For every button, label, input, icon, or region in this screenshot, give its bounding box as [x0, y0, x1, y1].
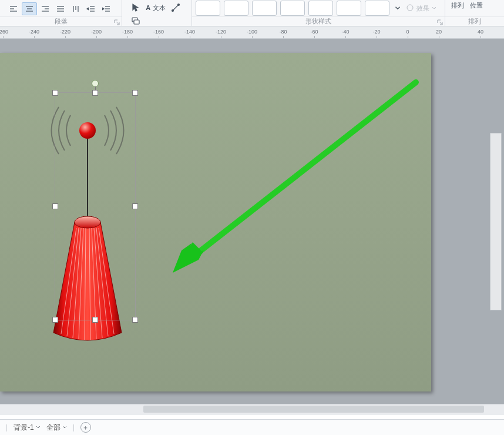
annotation-arrow [149, 74, 431, 297]
arrange-label: 排列 [451, 1, 464, 10]
ruler-tick: 0 [401, 29, 415, 35]
effects-icon [406, 4, 414, 13]
effects-label: 效果 [416, 4, 429, 13]
align-center-button[interactable] [22, 2, 37, 15]
shapestyles-dialog-launcher-icon[interactable] [437, 19, 443, 25]
horizontal-scroll-thumb[interactable] [143, 406, 484, 413]
status-divider: | [73, 423, 75, 431]
svg-marker-42 [173, 242, 203, 273]
vertical-scrollbar[interactable] [490, 133, 500, 309]
ruler-tick: -20 [369, 29, 384, 35]
ruler-tick: -260 [0, 29, 10, 35]
layer-filter-dropdown[interactable]: 全部 [46, 423, 67, 433]
resize-handle-se[interactable] [132, 317, 138, 323]
shape-style-preset-2[interactable] [224, 1, 248, 16]
ruler-tick: -140 [183, 29, 197, 35]
horizontal-ruler[interactable]: -260 -240 -220 -200 -180 -160 -140 -120 … [0, 26, 504, 39]
shape-style-preset-5[interactable] [308, 1, 333, 16]
svg-line-23 [173, 5, 178, 10]
resize-handle-n[interactable] [92, 90, 98, 96]
workspace[interactable] [0, 39, 504, 415]
decrease-indent-button[interactable] [84, 3, 98, 15]
shape-style-gallery-more-button[interactable] [394, 2, 402, 14]
shape-style-preset-3[interactable] [252, 1, 277, 16]
arrange-group-label: 排列 [445, 16, 504, 26]
ruler-tick: -100 [245, 29, 259, 35]
shape-style-preset-7[interactable] [365, 1, 389, 16]
chevron-down-icon [36, 425, 41, 430]
shape-style-preset-6[interactable] [337, 1, 361, 16]
increase-indent-button[interactable] [99, 3, 113, 15]
svg-line-40 [184, 82, 416, 263]
connector-tool-button[interactable] [169, 2, 183, 14]
svg-point-26 [407, 5, 413, 11]
letter-a-icon: A [146, 4, 150, 11]
chevron-down-icon [62, 425, 67, 430]
svg-point-28 [79, 122, 96, 139]
align-left-button[interactable] [6, 3, 21, 15]
page-tabs-dropdown[interactable]: 背景-1 [14, 423, 41, 433]
resize-handle-nw[interactable] [52, 90, 58, 96]
shapestyles-group-label: 形状样式 [192, 16, 445, 26]
rotation-handle[interactable] [92, 80, 99, 87]
svg-rect-25 [134, 20, 139, 24]
ruler-tick: -40 [338, 29, 352, 35]
shape-style-preset-1[interactable] [196, 1, 220, 16]
resize-handle-e[interactable] [132, 203, 138, 209]
position-dropdown-button[interactable]: 位置 [468, 1, 485, 16]
ruler-tick: -200 [89, 29, 103, 35]
ruler-tick: -220 [58, 29, 72, 35]
page-tab-label: 背景-1 [14, 423, 34, 433]
ruler-tick: -160 [152, 29, 166, 35]
text-tool-label: 文本 [153, 4, 166, 12]
shape-style-preset-4[interactable] [280, 1, 305, 16]
shape-picker-button[interactable] [129, 15, 143, 26]
horizontal-scrollbar[interactable] [0, 404, 504, 415]
align-justify-button[interactable] [53, 3, 68, 15]
ruler-tick: -60 [307, 29, 321, 35]
paragraph-dialog-launcher-icon[interactable] [114, 19, 120, 25]
ruler-tick: 40 [473, 29, 488, 35]
resize-handle-ne[interactable] [132, 90, 138, 96]
pointer-tool-button[interactable] [129, 2, 143, 14]
radio-tower-shape[interactable] [43, 105, 132, 344]
ruler-tick: -180 [120, 29, 135, 35]
layer-filter-label: 全部 [46, 423, 61, 433]
shape-effects-button[interactable]: 效果 [406, 2, 436, 15]
ruler-tick: -80 [276, 29, 290, 35]
arrange-dropdown-button[interactable]: 排列 [449, 1, 466, 16]
rotate-text-button[interactable] [69, 3, 83, 15]
svg-point-29 [75, 216, 100, 228]
svg-marker-41 [173, 243, 204, 273]
ruler-tick: -120 [214, 29, 228, 35]
chevron-down-icon [432, 6, 436, 11]
align-right-button[interactable] [38, 3, 52, 15]
text-tool-button[interactable]: A 文本 [144, 2, 167, 14]
paragraph-group-label: 段落 [0, 16, 122, 26]
ruler-tick: -240 [27, 29, 41, 35]
vertical-scroll-thumb[interactable] [490, 133, 502, 310]
drawing-canvas[interactable] [0, 53, 431, 392]
status-divider: | [6, 423, 8, 431]
position-label: 位置 [470, 1, 483, 10]
add-page-button[interactable]: ＋ [80, 422, 91, 433]
ruler-tick: 20 [432, 29, 446, 35]
